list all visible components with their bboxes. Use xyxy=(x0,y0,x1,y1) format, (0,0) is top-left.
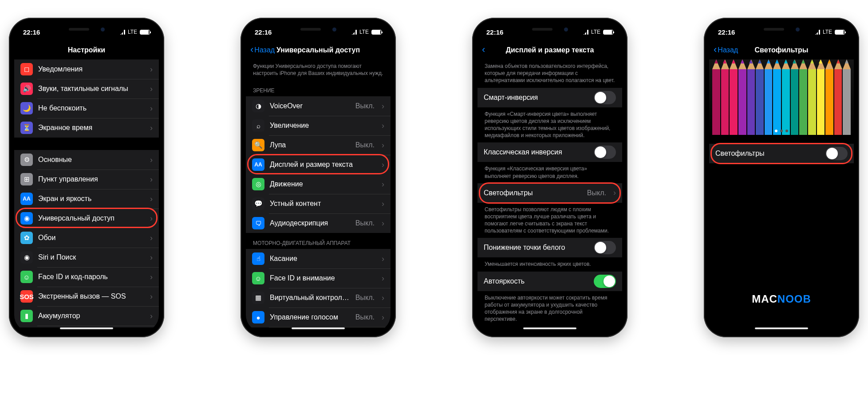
home-indicator[interactable] xyxy=(755,327,808,329)
row-color-filters-toggle[interactable]: Светофильтры xyxy=(709,144,854,163)
row-faceid-attention[interactable]: ☺︎Face ID и внимание› xyxy=(246,268,391,288)
chevron-right-icon: › xyxy=(382,199,384,209)
switch-color-filters[interactable] xyxy=(825,147,848,160)
face-icon: ☺︎ xyxy=(20,271,33,283)
bell-icon: ◻︎ xyxy=(20,63,33,75)
row-white-point[interactable]: Понижение точки белого xyxy=(477,238,622,257)
back-button[interactable]: ‹Назад xyxy=(250,46,275,55)
row-wallpaper[interactable]: ✿Обои› xyxy=(14,228,159,248)
intro-desc: Замена объектов пользовательского интерф… xyxy=(477,59,622,88)
home-indicator[interactable] xyxy=(292,327,345,329)
row-accessibility[interactable]: ◉Универсальный доступ› xyxy=(14,209,159,228)
status-time: 22:16 xyxy=(718,28,735,36)
row-motion[interactable]: ◎Движение› xyxy=(246,174,391,194)
network-label: LTE xyxy=(128,29,137,35)
chevron-right-icon: › xyxy=(150,292,153,301)
row-display-text-size[interactable]: AAДисплей и размер текста› xyxy=(246,155,391,174)
chevron-left-icon: ‹ xyxy=(250,45,253,55)
switches-icon: ⊞ xyxy=(20,173,33,185)
row-general[interactable]: ⚙︎Основные› xyxy=(14,150,159,170)
chevron-right-icon: › xyxy=(150,272,153,282)
magnifier-icon: 🔍 xyxy=(252,139,264,151)
row-do-not-disturb[interactable]: 🌙Не беспокоить› xyxy=(14,99,159,118)
row-magnifier[interactable]: 🔍ЛупаВыкл.› xyxy=(246,135,391,155)
battery-icon xyxy=(140,30,150,35)
chevron-right-icon: › xyxy=(150,123,153,133)
settings-group-1: ◻︎Уведомления› 🔊Звуки, тактильные сигнал… xyxy=(14,59,159,138)
auto-brightness-desc: Выключение автояркости может сократить в… xyxy=(477,291,622,327)
switch-classic-invert[interactable] xyxy=(594,146,616,159)
chevron-left-icon: ‹ xyxy=(482,45,485,55)
chevron-right-icon: › xyxy=(150,311,153,321)
row-control-center[interactable]: ⊞Пункт управления› xyxy=(14,170,159,189)
chevron-right-icon: › xyxy=(150,104,153,113)
row-auto-brightness[interactable]: Автояркость xyxy=(477,272,622,291)
voice-icon: ● xyxy=(252,311,264,323)
row-sounds[interactable]: 🔊Звуки, тактильные сигналы› xyxy=(14,79,159,99)
row-notifications[interactable]: ◻︎Уведомления› xyxy=(14,59,159,79)
home-indicator[interactable] xyxy=(523,327,576,329)
chevron-right-icon: › xyxy=(382,102,384,111)
switch-white-point[interactable] xyxy=(594,241,616,254)
home-indicator[interactable] xyxy=(60,327,113,329)
audio-desc-icon: 🗨 xyxy=(252,217,264,229)
chevron-right-icon: › xyxy=(150,253,153,262)
row-sos[interactable]: SOSЭкстренный вызов — SOS› xyxy=(14,287,159,306)
row-battery[interactable]: ▮Аккумулятор› xyxy=(14,306,159,326)
back-button[interactable]: ‹ xyxy=(482,46,485,55)
switch-auto-brightness[interactable] xyxy=(594,275,616,288)
voiceover-icon: ◑ xyxy=(252,100,264,112)
row-faceid[interactable]: ☺︎Face ID и код-пароль› xyxy=(14,267,159,287)
page-title: Универсальный доступ xyxy=(276,46,360,54)
brand-watermark: MACNOOB xyxy=(709,293,854,305)
row-spoken-content[interactable]: 💬Устный контент› xyxy=(246,194,391,213)
chevron-right-icon: › xyxy=(382,219,384,228)
nav-bar: ‹Назад Светофильтры xyxy=(709,41,854,59)
status-time: 22:16 xyxy=(486,28,503,36)
chevron-right-icon: › xyxy=(150,155,153,165)
section-vision: ЗРЕНИЕ xyxy=(246,80,391,96)
row-classic-invert[interactable]: Классическая инверсия xyxy=(477,142,622,162)
chevron-right-icon: › xyxy=(382,293,384,303)
chevron-right-icon: › xyxy=(382,313,384,322)
row-switch-control[interactable]: ▦Виртуальный контроллерВыкл.› xyxy=(246,288,391,308)
row-audio-description[interactable]: 🗨АудиодескрипцияВыкл.› xyxy=(246,213,391,233)
row-smart-invert[interactable]: Смарт-инверсия xyxy=(477,88,622,107)
chevron-right-icon: › xyxy=(150,233,153,243)
row-zoom[interactable]: ⌕Увеличение› xyxy=(246,116,391,135)
row-voice-control[interactable]: ●Управление голосомВыкл.› xyxy=(246,308,391,327)
chevron-right-icon: › xyxy=(382,121,384,130)
row-display-brightness[interactable]: AAЭкран и яркость› xyxy=(14,189,159,209)
grid-icon: ▦ xyxy=(252,292,264,304)
phone-frame-3: 22:16 LTE ‹ Дисплей и размер текста Заме… xyxy=(472,18,627,337)
motion-icon: ◎ xyxy=(252,178,264,190)
row-siri[interactable]: ◉Siri и Поиск› xyxy=(14,248,159,267)
text-size-icon: AA xyxy=(252,158,264,171)
touch-icon: ☝︎ xyxy=(252,252,264,265)
back-button[interactable]: ‹Назад xyxy=(714,46,738,55)
phone-frame-2: 22:16 LTE ‹Назад Универсальный доступ Фу… xyxy=(241,18,396,337)
notch xyxy=(280,23,356,35)
accessibility-icon: ◉ xyxy=(20,212,33,225)
speech-bubble-icon: 💬 xyxy=(252,197,264,210)
row-touch[interactable]: ☝︎Касание› xyxy=(246,249,391,268)
section-motor: МОТОРНО-ДВИГАТЕЛЬНЫЙ АППАРАТ xyxy=(246,233,391,249)
row-color-filters[interactable]: СветофильтрыВыкл.› xyxy=(477,183,622,203)
row-screen-time[interactable]: ⏳Экранное время› xyxy=(14,118,159,138)
switch-smart-invert[interactable] xyxy=(594,91,616,104)
sos-icon: SOS xyxy=(20,290,33,303)
chevron-right-icon: › xyxy=(382,141,384,150)
color-pencils-preview[interactable] xyxy=(709,59,854,135)
phone-frame-4: 22:16 LTE ‹Назад Светофильтры Светофильт… xyxy=(704,18,859,337)
chevron-right-icon: › xyxy=(382,180,384,189)
white-point-desc: Уменьшается интенсивность ярких цветов. xyxy=(477,257,622,271)
phone-frame-1: 22:16 LTE Настройки ◻︎Уведомления› 🔊Звук… xyxy=(9,18,164,337)
chevron-right-icon: › xyxy=(150,194,153,204)
chevron-right-icon: › xyxy=(150,65,153,74)
nav-bar: ‹ Дисплей и размер текста xyxy=(477,41,622,59)
chevron-right-icon: › xyxy=(613,188,616,197)
nav-bar: Настройки xyxy=(14,41,159,59)
face-icon: ☺︎ xyxy=(252,272,264,284)
row-voiceover[interactable]: ◑VoiceOverВыкл.› xyxy=(246,96,391,116)
page-dots xyxy=(709,130,854,132)
